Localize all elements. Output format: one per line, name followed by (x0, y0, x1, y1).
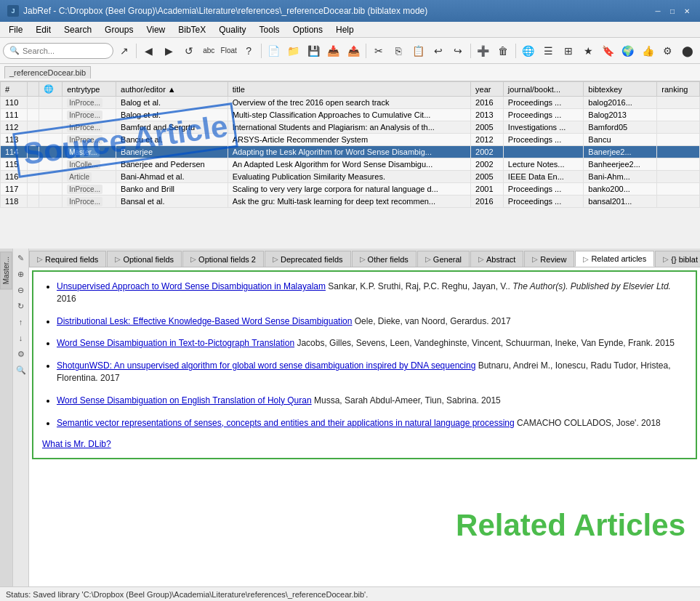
toolbar-redo-button[interactable]: ↪ (449, 41, 467, 60)
table-row[interactable]: 111 InProce... Balog et al. Multi-step C… (1, 109, 700, 121)
toolbar-grid-button[interactable]: ⊞ (559, 41, 577, 60)
col-header-title[interactable]: title (228, 82, 470, 97)
toolbar-globe2-button[interactable]: 🌍 (619, 41, 637, 60)
col-header-entrytype[interactable]: entrytype (63, 82, 116, 97)
minimize-button[interactable]: ─ (652, 5, 664, 17)
toolbar-undo-button[interactable]: ↩ (429, 41, 447, 60)
master-tab[interactable]: Master... (0, 251, 12, 289)
tab-optional-fields-2[interactable]: ▷ Optional fields 2 (182, 251, 264, 267)
cell-author: Bancu et al. (116, 134, 228, 146)
col-header-num[interactable]: # (1, 82, 28, 97)
close-button[interactable]: ✕ (681, 5, 693, 17)
toolbar-star-button[interactable]: ★ (579, 41, 597, 60)
tab-general[interactable]: ▷ General (417, 251, 470, 267)
side-edit-button[interactable]: ✎ (15, 251, 28, 265)
table-row[interactable]: 118 InProce... Bansal et al. Ask the gru… (1, 195, 700, 208)
tab-review[interactable]: ▷ Review (524, 251, 574, 267)
table-row[interactable]: 110 InProce... Balog et al. Overview of … (1, 97, 700, 109)
menu-file[interactable]: File (3, 23, 28, 36)
toolbar-abc-button[interactable]: abc (200, 41, 218, 60)
toolbar-copy-button[interactable]: ⎘ (389, 41, 407, 60)
toolbar-import-button[interactable]: 📥 (324, 41, 342, 60)
cell-file-icon (28, 171, 39, 183)
side-up-button[interactable]: ↑ (15, 315, 28, 328)
tab-optional-fields[interactable]: ▷ Optional fields (107, 251, 182, 267)
menu-help[interactable]: Help (330, 23, 360, 36)
col-header-year[interactable]: year (471, 82, 504, 97)
cell-ranking (657, 146, 700, 158)
toolbar-thumb-button[interactable]: 👍 (639, 41, 657, 60)
menu-view[interactable]: View (140, 23, 171, 36)
toolbar-paste-button[interactable]: 📋 (409, 41, 427, 60)
search-external-button[interactable]: ↗ (115, 41, 133, 60)
search-box[interactable]: 🔍 (3, 43, 113, 59)
toolbar-bookmark-button[interactable]: 🔖 (599, 41, 617, 60)
cell-num: 112 (1, 121, 28, 134)
table-row[interactable]: 112 InProce... Bamford and Sergrtu Inter… (1, 121, 700, 134)
table-row[interactable]: 114 Master... Banerjee Adapting the Lesk… (1, 146, 700, 158)
cell-title: Overview of the trec 2016 open search tr… (228, 97, 470, 109)
col-header-ranking[interactable]: ranking (657, 82, 700, 97)
side-down-button[interactable]: ↓ (15, 331, 28, 344)
menu-quality[interactable]: Quality (213, 23, 252, 36)
side-refresh-button[interactable]: ↻ (15, 299, 28, 312)
menu-bibtex[interactable]: BibTeX (172, 23, 212, 36)
tab-other-fields[interactable]: ▷ Other fields (352, 251, 417, 267)
menu-search[interactable]: Search (58, 23, 97, 36)
article-link-4[interactable]: Word Sense Disambiguation on English Tra… (57, 395, 312, 406)
cell-journal: Proceedings ... (503, 134, 583, 146)
col-header-web[interactable]: 🌐 (39, 82, 62, 97)
tab-required-fields[interactable]: ▷ Required fields (29, 251, 106, 267)
col-header-file[interactable] (28, 82, 39, 97)
table-row[interactable]: 115 InColle... Banerjee and Pedersen An … (1, 158, 700, 171)
toolbar-github-button[interactable]: ⬤ (679, 41, 697, 60)
tab-deprecated-fields[interactable]: ▷ Deprecated fields (265, 251, 351, 267)
tab-related-articles[interactable]: ▷ Related articles (575, 251, 654, 267)
toolbar-cut-button[interactable]: ✂ (369, 41, 387, 60)
toolbar-list-button[interactable]: ☰ (539, 41, 557, 60)
file-tab[interactable]: _referenceDocear.bib (4, 66, 91, 78)
menu-groups[interactable]: Groups (99, 23, 139, 36)
col-header-author[interactable]: author/editor ▲ (116, 82, 228, 97)
tab-biblat[interactable]: ▷ {} biblat (655, 251, 700, 267)
maximize-button[interactable]: □ (667, 5, 678, 17)
toolbar-refresh-button[interactable]: ↺ (180, 41, 198, 60)
cell-year: 2016 (471, 97, 504, 109)
toolbar-back-button[interactable]: ◀ (140, 41, 158, 60)
menu-options[interactable]: Options (287, 23, 329, 36)
col-header-bibtex[interactable]: bibtexkey (584, 82, 657, 97)
toolbar-delete-button[interactable]: 🗑 (494, 41, 512, 60)
menu-edit[interactable]: Edit (30, 23, 57, 36)
article-link-2[interactable]: Word Sense Disambiguation in Text-to-Pic… (57, 338, 294, 348)
toolbar-add-button[interactable]: ➕ (474, 41, 492, 60)
toolbar-float-button[interactable]: Float (220, 41, 238, 60)
col-header-journal[interactable]: journal/bookt... (503, 82, 583, 97)
table-row[interactable]: 116 Article Bani-Ahmad et al. Evaluating… (1, 171, 700, 183)
article-list: Unsupervised Approach to Word Sense Disa… (42, 281, 687, 429)
cell-bibtex: Bancu (584, 134, 657, 146)
toolbar-export-button[interactable]: 📤 (345, 41, 363, 60)
table-row[interactable]: 113 InProce... Bancu et al. ARSYS-Articl… (1, 134, 700, 146)
side-search-button[interactable]: 🔍 (15, 363, 28, 376)
side-add-button[interactable]: ⊕ (15, 267, 28, 281)
side-settings-button[interactable]: ⚙ (15, 347, 28, 360)
cell-bibtex: banko200... (584, 183, 657, 195)
cell-journal: Lecture Notes... (503, 158, 583, 171)
toolbar-help-button[interactable]: ? (239, 41, 257, 60)
article-link-5[interactable]: Semantic vector representations of sense… (57, 418, 515, 428)
what-is-mrDLib-link[interactable]: What is Mr. DLib? (42, 439, 111, 449)
article-link-3[interactable]: ShotgunWSD: An unsupervised algorithm fo… (57, 360, 475, 371)
menu-tools[interactable]: Tools (254, 23, 286, 36)
search-input[interactable] (23, 47, 107, 55)
article-link-0[interactable]: Unsupervised Approach to Word Sense Disa… (57, 281, 326, 291)
toolbar-settings-button[interactable]: ⚙ (659, 41, 677, 60)
table-row[interactable]: 117 InProce... Banko and Brill Scaling t… (1, 183, 700, 195)
side-remove-button[interactable]: ⊖ (15, 283, 28, 297)
toolbar-web-button[interactable]: 🌐 (519, 41, 537, 60)
toolbar-fwd-button[interactable]: ▶ (160, 41, 178, 60)
toolbar-open-button[interactable]: 📁 (284, 41, 302, 60)
toolbar-new-button[interactable]: 📄 (265, 41, 283, 60)
article-link-1[interactable]: Distributional Lesk: Effective Knowledge… (57, 316, 352, 326)
tab-abstract[interactable]: ▷ Abstract (470, 251, 523, 267)
toolbar-save-button[interactable]: 💾 (305, 41, 323, 60)
